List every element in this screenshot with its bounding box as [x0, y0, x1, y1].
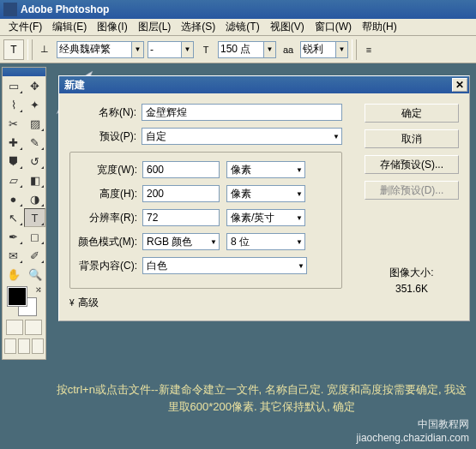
lasso-tool[interactable]: ⌇: [3, 95, 24, 114]
antialias-value[interactable]: [301, 42, 335, 57]
pen-tool[interactable]: ✒: [3, 227, 24, 246]
gradient-tool[interactable]: ◧: [24, 171, 45, 189]
close-button[interactable]: ✕: [452, 78, 467, 92]
bit-depth-value: 8 位: [231, 235, 250, 249]
antialias-combo[interactable]: ▼: [300, 41, 348, 58]
menu-edit[interactable]: 编辑(E): [47, 18, 92, 36]
save-preset-button[interactable]: 存储预设(S)...: [365, 155, 459, 174]
antialias-label: aa: [280, 41, 297, 58]
move-tool[interactable]: ✥: [24, 76, 45, 95]
resolution-unit-select[interactable]: 像素/英寸 ▼: [226, 209, 305, 226]
color-mode-label: 颜色模式(M):: [77, 235, 142, 249]
chevron-down-icon: ▼: [210, 238, 217, 246]
font-family-combo[interactable]: ▼: [57, 41, 144, 58]
font-style-value[interactable]: [148, 42, 181, 57]
shape-tool[interactable]: ◻: [24, 227, 45, 246]
screen-mode-3[interactable]: [32, 338, 44, 354]
zoom-tool[interactable]: 🔍: [24, 265, 45, 284]
resolution-input[interactable]: [142, 209, 220, 226]
height-label: 高度(H):: [77, 187, 142, 201]
chevron-down-icon: ▼: [296, 190, 303, 198]
color-mode-value: RGB 颜色: [147, 235, 192, 249]
height-input[interactable]: [142, 185, 220, 202]
cancel-button[interactable]: 取消: [365, 129, 459, 148]
width-input[interactable]: [142, 161, 220, 178]
marquee-tool[interactable]: ▭: [3, 76, 24, 95]
resolution-unit-value: 像素/英寸: [231, 211, 274, 225]
standard-mode-button[interactable]: [6, 320, 23, 335]
dialog-titlebar[interactable]: 新建 ✕: [59, 76, 469, 93]
tool-grid: ▭ ✥ ⌇ ✦ ✂ ▨ ✚ ✎ ⛊ ↺ ▱ ◧ ● ◑ ↖ T ✒ ◻ ✉ ✐ …: [3, 76, 45, 284]
watermark-line1: 中国教程网: [357, 417, 469, 432]
heal-tool[interactable]: ✚: [3, 133, 24, 152]
dialog-title: 新建: [64, 78, 85, 93]
dodge-tool[interactable]: ◑: [24, 189, 45, 208]
close-icon: ✕: [455, 79, 464, 91]
chevron-down-icon: ▼: [298, 262, 304, 270]
brush-tool[interactable]: ✎: [24, 133, 45, 152]
chevron-down-icon[interactable]: ▼: [131, 42, 143, 57]
bg-content-select[interactable]: 白色 ▼: [142, 257, 307, 274]
foreground-color-swatch[interactable]: [8, 287, 27, 306]
eraser-tool[interactable]: ▱: [3, 171, 24, 189]
bit-depth-select[interactable]: 8 位 ▼: [226, 233, 305, 250]
app-titlebar: Adobe Photoshop: [0, 0, 476, 19]
hand-tool[interactable]: ✋: [3, 265, 24, 284]
instruction-text: 按ctrl+n或点击文件--新建命令建立一文件, 名称自己定. 宽度和高度按需要…: [56, 381, 467, 415]
type-tool-icon: T: [10, 44, 16, 56]
font-size-combo[interactable]: ▼: [218, 41, 276, 58]
advanced-toggle[interactable]: ¥ 高级: [69, 296, 459, 310]
chevron-down-icon[interactable]: ▼: [335, 42, 347, 57]
preset-select[interactable]: 自定 ▼: [142, 128, 342, 145]
chevron-collapsed-icon: ¥: [69, 298, 75, 308]
font-family-value[interactable]: [57, 42, 131, 57]
screen-mode-row: [3, 337, 45, 356]
align-icon[interactable]: ≡: [360, 41, 377, 58]
screen-mode-1[interactable]: [4, 338, 16, 354]
type-tool[interactable]: T: [24, 208, 45, 227]
image-size-value: 351.6K: [365, 281, 459, 297]
toolbox-header[interactable]: [3, 68, 45, 76]
swap-colors-icon[interactable]: ⤮: [35, 285, 42, 294]
font-style-combo[interactable]: ▼: [148, 41, 194, 58]
notes-tool[interactable]: ✉: [3, 246, 24, 265]
app-title: Adobe Photoshop: [21, 3, 109, 15]
dialog-buttons: 确定 取消 存储预设(S)... 删除预设(D)...: [365, 104, 459, 200]
menubar: 文件(F) 编辑(E) 图像(I) 图层(L) 选择(S) 滤镜(T) 视图(V…: [0, 19, 476, 36]
history-brush-tool[interactable]: ↺: [24, 152, 45, 171]
current-tool-tile[interactable]: T: [3, 39, 24, 60]
dialog-body: 名称(N): 预设(P): 自定 ▼ 宽度(W): 像素 ▼ 高度(H):: [59, 93, 469, 320]
wand-tool[interactable]: ✦: [24, 95, 45, 114]
height-unit-select[interactable]: 像素 ▼: [226, 185, 305, 202]
menu-select[interactable]: 选择(S): [176, 18, 220, 36]
crop-tool[interactable]: ✂: [3, 114, 24, 133]
slice-tool[interactable]: ▨: [24, 114, 45, 133]
menu-file[interactable]: 文件(F): [3, 18, 47, 36]
menu-image[interactable]: 图像(I): [92, 18, 132, 36]
blur-tool[interactable]: ●: [3, 189, 24, 208]
divider: [352, 39, 357, 60]
name-input[interactable]: [142, 104, 342, 121]
quickmask-mode-button[interactable]: [25, 320, 42, 335]
font-size-value[interactable]: [219, 42, 263, 57]
resolution-label: 分辨率(R):: [77, 211, 142, 225]
chevron-down-icon[interactable]: ▼: [181, 42, 193, 57]
chevron-down-icon[interactable]: ▼: [263, 42, 275, 57]
orientation-icon[interactable]: ⊥: [36, 41, 53, 58]
divider: [27, 39, 33, 60]
menu-window[interactable]: 窗口(W): [310, 18, 357, 36]
stamp-tool[interactable]: ⛊: [3, 152, 24, 171]
height-unit-value: 像素: [231, 187, 251, 201]
path-select-tool[interactable]: ↖: [3, 208, 24, 227]
color-mode-select[interactable]: RGB 颜色 ▼: [142, 233, 220, 250]
chevron-down-icon: ▼: [296, 214, 303, 222]
menu-help[interactable]: 帮助(H): [357, 18, 402, 36]
width-unit-select[interactable]: 像素 ▼: [226, 161, 305, 178]
screen-mode-2[interactable]: [18, 338, 30, 354]
ok-button[interactable]: 确定: [365, 104, 459, 123]
menu-view[interactable]: 视图(V): [265, 18, 310, 36]
preset-label: 预设(P):: [69, 129, 142, 144]
menu-layer[interactable]: 图层(L): [133, 18, 177, 36]
eyedropper-tool[interactable]: ✐: [24, 246, 45, 265]
menu-filter[interactable]: 滤镜(T): [220, 18, 264, 36]
